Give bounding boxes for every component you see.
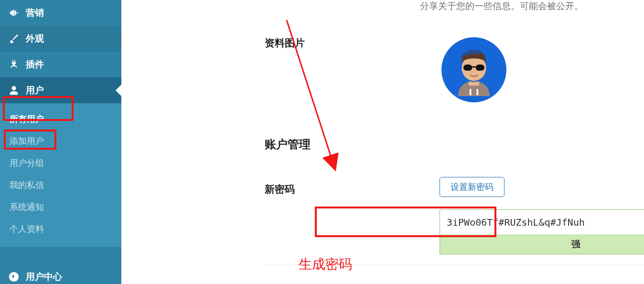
plug-icon	[9, 59, 19, 70]
megaphone-icon	[9, 8, 19, 18]
submenu-add-user[interactable]: 添加用户	[0, 130, 121, 152]
sidebar: 营销 外观 插件 用户 所有用户 添加用户 用户分组 我的私信 系统通知 个人资…	[0, 0, 121, 284]
sidebar-item-users[interactable]: 用户	[0, 77, 121, 103]
password-strength-indicator: 强	[440, 234, 644, 254]
sidebar-item-label: 用户	[26, 84, 44, 97]
user-icon	[9, 85, 19, 96]
sidebar-item-label: 用户中心	[26, 271, 62, 283]
paintbrush-icon	[9, 33, 19, 44]
divider	[265, 265, 644, 265]
avatar[interactable]	[441, 37, 506, 102]
avatar-illustration-icon	[448, 44, 500, 96]
sidebar-submenu: 所有用户 添加用户 用户分组 我的私信 系统通知 个人资料	[0, 103, 121, 247]
label-new-password: 新密码	[265, 183, 295, 196]
sidebar-item-label: 外观	[26, 33, 44, 45]
sidebar-item-plugins[interactable]: 插件	[0, 52, 121, 77]
sidebar-item-appearance[interactable]: 外观	[0, 26, 121, 52]
svg-rect-3	[463, 65, 472, 71]
svg-rect-4	[476, 65, 484, 71]
set-password-button[interactable]: 设置新密码	[440, 177, 504, 197]
top-fragment-text: 分享关于您的一些信息。可能会被公开。	[420, 0, 583, 12]
svg-rect-5	[472, 66, 475, 68]
main-content: 分享关于您的一些信息。可能会被公开。 资料图片 账户管理 新密码 设置新密码 强…	[121, 0, 644, 284]
submenu-system-notify[interactable]: 系统通知	[0, 196, 121, 218]
submenu-all-users[interactable]: 所有用户	[0, 108, 121, 130]
submenu-profile[interactable]: 个人资料	[0, 218, 121, 240]
sidebar-item-label: 插件	[26, 58, 44, 71]
submenu-my-messages[interactable]: 我的私信	[0, 174, 121, 196]
submenu-user-groups[interactable]: 用户分组	[0, 152, 121, 174]
password-input[interactable]	[440, 209, 644, 235]
sidebar-item-marketing[interactable]: 营销	[0, 0, 121, 26]
svg-rect-6	[470, 89, 472, 95]
sidebar-item-label: 营销	[26, 7, 44, 19]
label-profile-picture: 资料图片	[265, 36, 305, 50]
label-account-management: 账户管理	[265, 137, 311, 152]
usercenter-icon	[9, 272, 19, 282]
svg-rect-7	[477, 89, 479, 95]
sidebar-item-user-center[interactable]: 用户中心	[0, 266, 121, 284]
